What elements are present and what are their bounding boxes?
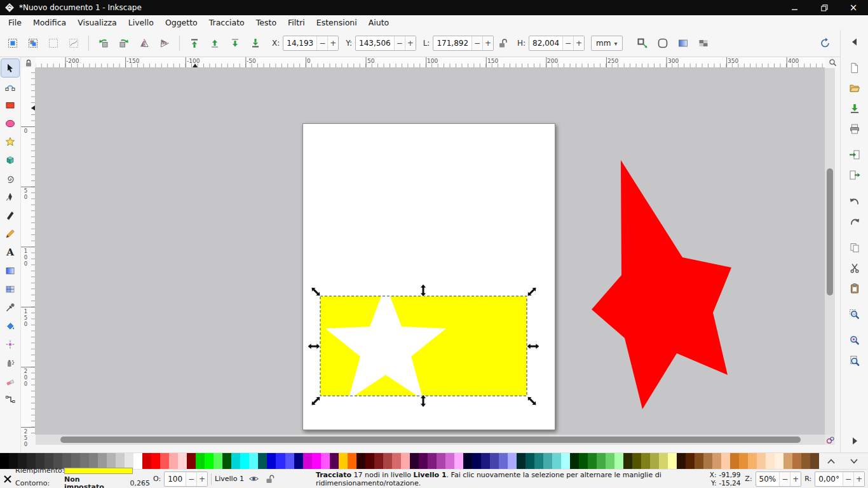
vertical-ruler[interactable]: 050100150200250 [21, 68, 36, 435]
tool-spiral[interactable] [1, 170, 19, 187]
tool-node-editor[interactable] [1, 78, 19, 95]
maximize-button[interactable] [810, 0, 839, 15]
palette-swatch[interactable] [348, 453, 356, 469]
height-increment-button[interactable]: + [573, 36, 584, 50]
tool-tweak[interactable] [1, 336, 19, 353]
x-spinbox[interactable]: 14,193 − + [283, 36, 339, 51]
vertical-scrollbar[interactable] [825, 68, 835, 435]
palette-swatch[interactable] [614, 453, 623, 469]
palette-swatch[interactable] [632, 453, 641, 469]
select-all-button[interactable] [3, 34, 22, 53]
raise-to-top-button[interactable] [185, 34, 204, 53]
lower-to-bottom-button[interactable] [246, 34, 265, 53]
scale-handle-top-right[interactable] [525, 285, 538, 298]
palette-swatch[interactable] [187, 453, 196, 469]
layer-lock-toggle[interactable] [265, 474, 275, 484]
horizontal-scrollbar[interactable] [36, 435, 825, 445]
palette-swatch[interactable] [356, 453, 365, 469]
palette-swatch[interactable] [169, 453, 178, 469]
rotate-ccw-button[interactable] [94, 34, 113, 53]
scale-handle-left[interactable] [308, 343, 320, 349]
import-button[interactable] [844, 146, 865, 164]
print-button[interactable] [844, 119, 865, 138]
zoom-value[interactable]: 50% [756, 475, 780, 484]
palette-swatch[interactable] [579, 453, 588, 469]
palette-swatch[interactable] [240, 453, 249, 469]
selection-touch-button[interactable] [64, 34, 83, 53]
lock-ratio-button[interactable] [495, 34, 510, 53]
palette-swatch[interactable] [810, 453, 819, 469]
menu-item[interactable]: Modifica [27, 16, 72, 29]
menu-item[interactable]: Filtri [282, 16, 311, 29]
palette-swatch[interactable] [392, 453, 401, 469]
toggle-scale-stroke-button[interactable] [633, 34, 652, 53]
width-value[interactable]: 171,892 [433, 39, 471, 48]
scale-handle-bottom-left[interactable] [309, 394, 322, 407]
deselect-button[interactable] [44, 34, 63, 53]
palette-swatch[interactable] [276, 453, 285, 469]
palette-swatch[interactable] [686, 453, 695, 469]
x-decrement-button[interactable]: − [316, 36, 327, 50]
palette-swatch[interactable] [490, 453, 499, 469]
palette-swatch[interactable] [196, 453, 205, 469]
zoom-page-button[interactable] [844, 351, 865, 370]
menu-item[interactable]: Estensioni [311, 16, 363, 29]
palette-swatch[interactable] [214, 453, 222, 469]
y-value[interactable]: 143,506 [356, 39, 394, 48]
palette-swatch[interactable] [481, 453, 490, 469]
zoom-selection-button[interactable] [844, 305, 865, 323]
palette-swatch[interactable] [445, 453, 454, 469]
tool-calligraphy[interactable] [1, 207, 19, 224]
fill-color-swatch[interactable] [64, 468, 133, 474]
opacity-spinbox[interactable]: 100 − + [164, 471, 208, 487]
guide-lock-corner[interactable] [21, 57, 36, 68]
palette-swatch[interactable] [410, 453, 419, 469]
open-document-button[interactable] [844, 79, 865, 97]
y-decrement-button[interactable]: − [394, 36, 405, 50]
opacity-value[interactable]: 100 [165, 475, 186, 484]
menu-item[interactable]: Oggetto [159, 16, 203, 29]
palette-swatch[interactable] [552, 453, 561, 469]
palette-swatch[interactable] [151, 453, 160, 469]
tool-spray[interactable] [1, 354, 19, 372]
palette-swatch[interactable] [437, 453, 445, 469]
palette-swatch[interactable] [401, 453, 410, 469]
unit-dropdown[interactable]: mm ▾ [591, 36, 622, 51]
paste-button[interactable] [844, 279, 865, 297]
zoom-spinbox[interactable]: 50% − + [756, 471, 802, 487]
canvas[interactable] [36, 68, 825, 435]
width-spinbox[interactable]: 171,892 − + [433, 36, 494, 51]
palette-swatch[interactable] [222, 453, 231, 469]
flip-horizontal-button[interactable] [135, 34, 154, 53]
palette-swatch[interactable] [801, 453, 810, 469]
redo-button[interactable] [844, 212, 865, 231]
palette-swatch[interactable] [517, 453, 526, 469]
palette-swatch[interactable] [205, 453, 214, 469]
scale-handle-right[interactable] [527, 343, 539, 349]
palette-swatch[interactable] [508, 453, 517, 469]
tool-pen[interactable] [1, 188, 19, 206]
toggle-transform-patterns-button[interactable] [694, 34, 713, 53]
palette-swatch[interactable] [160, 453, 169, 469]
palette-swatch[interactable] [739, 453, 748, 469]
tool-pencil[interactable] [1, 225, 19, 243]
tool-ellipse[interactable] [1, 114, 19, 132]
zoom-drawing-button[interactable] [844, 331, 865, 349]
palette-swatch[interactable] [383, 453, 392, 469]
palette-swatch[interactable] [454, 453, 463, 469]
palette-swatch[interactable] [0, 453, 9, 469]
close-button[interactable]: × [839, 0, 868, 15]
layer-selector[interactable]: Livello 1 [215, 475, 244, 483]
palette-swatch[interactable] [365, 453, 374, 469]
rotation-value[interactable]: 0,00° [815, 475, 843, 484]
palette-swatch[interactable] [570, 453, 579, 469]
tool-paint-bucket[interactable] [1, 317, 19, 335]
palette-swatch[interactable] [695, 453, 703, 469]
menu-item[interactable]: File [3, 16, 27, 29]
palette-swatch[interactable] [499, 453, 508, 469]
palette-swatch[interactable] [374, 453, 383, 469]
height-value[interactable]: 82,004 [529, 39, 562, 48]
palette-swatch[interactable] [339, 453, 348, 469]
palette-swatch[interactable] [249, 453, 258, 469]
raise-button[interactable] [205, 34, 224, 53]
